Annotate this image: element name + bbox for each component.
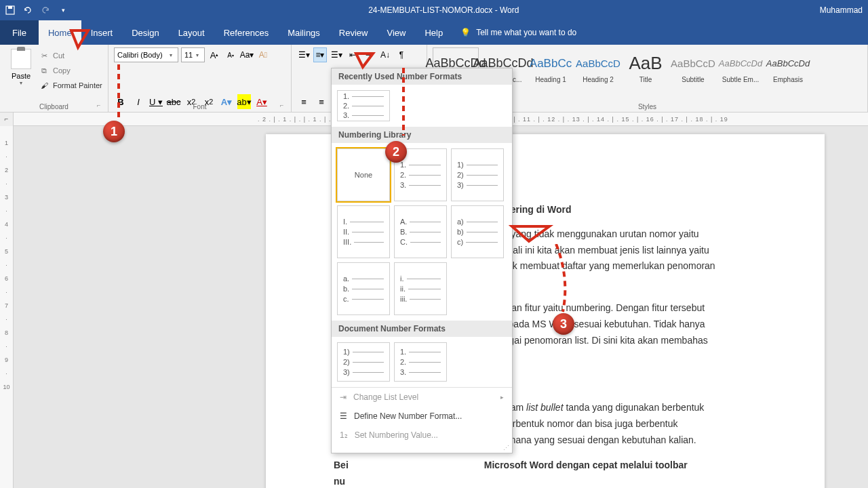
format-decimal-dot[interactable]: 1. 2. 3. <box>394 148 447 201</box>
copy-icon: ⧉ <box>39 66 49 75</box>
clipboard-label: Clipboard <box>0 103 108 110</box>
sort-button[interactable]: A↓ <box>378 47 392 62</box>
annotation-arrow-2 <box>353 50 380 70</box>
undo-icon[interactable] <box>23 5 33 15</box>
ruler-corner: ⌐ <box>0 113 14 126</box>
format-decimal-paren[interactable]: 1) 2) 3) <box>451 148 504 201</box>
align-left-button[interactable]: ≡ <box>297 94 311 109</box>
change-list-level: ⇥Change List Level▸ <box>332 388 512 407</box>
format-doc-decimal-dot[interactable]: 1. 2. 3. <box>394 342 447 382</box>
brush-icon: 🖌 <box>39 81 49 90</box>
ribbon-tabs: File Home Insert Design Layout Reference… <box>0 20 868 45</box>
clipboard-group: Paste ▾ ✂Cut ⧉Copy 🖌Format Painter Clipb… <box>0 45 108 112</box>
format-alpha-lower-paren[interactable]: a) b) c) <box>451 205 504 258</box>
style-emphasis[interactable]: AaBbCcDdEmphasis <box>765 47 811 87</box>
format-roman-upper[interactable]: I. II. III. <box>337 205 390 258</box>
numbering-library-header: Numbering Library <box>332 127 512 143</box>
format-decimal-recent[interactable]: 1. 2. 3. <box>337 90 390 121</box>
annotation-arrow-1 <box>68 27 108 54</box>
tell-me-search[interactable]: 💡 Tell me what you want to do <box>460 20 576 45</box>
multilevel-button[interactable]: ☰▾ <box>330 47 343 62</box>
svg-rect-1 <box>8 6 12 9</box>
paste-button[interactable]: Paste ▾ <box>5 47 37 92</box>
font-group: Calibri (Body)▾ 11▾ A▴ A▾ Aa▾ A⃠ B I U ▾… <box>108 45 292 112</box>
grow-font-button[interactable]: A▴ <box>208 47 221 62</box>
style-heading1[interactable]: AaBbCcHeading 1 <box>528 47 574 87</box>
format-painter-button[interactable]: 🖌Format Painter <box>39 79 102 92</box>
numbering-button[interactable]: ≡▾ <box>313 47 327 62</box>
recent-formats-header: Recently Used Number Formats <box>332 68 512 85</box>
redo-icon[interactable] <box>41 5 50 15</box>
set-numbering-value: 1₂Set Numbering Value... <box>332 426 512 445</box>
tab-design[interactable]: Design <box>122 20 168 45</box>
list-icon: ☰ <box>340 411 347 421</box>
tab-mailings[interactable]: Mailings <box>278 20 330 45</box>
format-roman-lower[interactable]: i. ii. iii. <box>394 262 447 315</box>
show-marks-button[interactable]: ¶ <box>395 47 408 62</box>
copy-button: ⧉Copy <box>39 64 102 77</box>
annotation-dash-1 <box>108 64 129 125</box>
style-subtitle[interactable]: AaBbCcDSubtitle <box>670 47 716 87</box>
define-new-format[interactable]: ☰Define New Number Format... <box>332 407 512 426</box>
lightbulb-icon: 💡 <box>460 28 471 37</box>
annotation-dash-3 <box>549 244 576 319</box>
save-icon[interactable] <box>5 5 15 15</box>
document-title: 24-MEMBUAT-LIST-NOMOR.docx - Word <box>68 5 820 15</box>
resize-grip[interactable]: ⋰ <box>332 445 512 453</box>
number-icon: 1₂ <box>340 430 348 440</box>
style-subtle-emphasis[interactable]: AaBbCcDdSubtle Em... <box>717 47 764 87</box>
tell-me-label: Tell me what you want to do <box>476 28 576 37</box>
align-center-button[interactable]: ≡ <box>315 94 328 109</box>
paste-icon <box>11 49 31 69</box>
document-formats-header: Document Number Formats <box>332 321 512 337</box>
paste-label: Paste <box>12 72 31 80</box>
shrink-font-button[interactable]: A▾ <box>224 47 237 62</box>
vertical-ruler[interactable]: 1·2·3·4·5·6·7·8·9·10 <box>0 126 14 488</box>
tab-help[interactable]: Help <box>415 20 452 45</box>
font-name-combo[interactable]: Calibri (Body)▾ <box>114 47 178 62</box>
numbering-dropdown: Recently Used Number Formats 1. 2. 3. Nu… <box>331 68 513 453</box>
user-name[interactable]: Muhammad <box>820 5 863 15</box>
annotation-dash-2 <box>393 68 414 142</box>
style-title[interactable]: AaBTitle <box>623 47 669 87</box>
style-heading2[interactable]: AaBbCcDHeading 2 <box>575 47 621 87</box>
font-dialog-launcher[interactable]: ⌐ <box>280 102 288 110</box>
cut-icon: ✂ <box>39 51 49 60</box>
clear-formatting-button[interactable]: A⃠ <box>256 47 270 62</box>
format-alpha-upper[interactable]: A. B. C. <box>394 205 447 258</box>
change-case-button[interactable]: Aa▾ <box>240 47 254 62</box>
format-doc-decimal-paren[interactable]: 1) 2) 3) <box>337 342 390 382</box>
tab-review[interactable]: Review <box>330 20 378 45</box>
bullets-button[interactable]: ☰▾ <box>297 47 311 62</box>
title-bar: ▾ 24-MEMBUAT-LIST-NOMOR.docx - Word Muha… <box>0 0 868 20</box>
tab-view[interactable]: View <box>377 20 415 45</box>
format-alpha-lower-dot[interactable]: a. b. c. <box>337 262 390 315</box>
format-none[interactable]: None <box>337 148 390 201</box>
indent-icon: ⇥ <box>340 392 347 402</box>
clipboard-dialog-launcher[interactable]: ⌐ <box>97 102 105 110</box>
tab-references[interactable]: References <box>214 20 278 45</box>
font-size-combo[interactable]: 11▾ <box>181 47 205 62</box>
tab-file[interactable]: File <box>0 20 39 45</box>
qat-dropdown-icon[interactable]: ▾ <box>58 5 68 15</box>
tab-layout[interactable]: Layout <box>169 20 214 45</box>
font-label: Font <box>108 103 291 110</box>
